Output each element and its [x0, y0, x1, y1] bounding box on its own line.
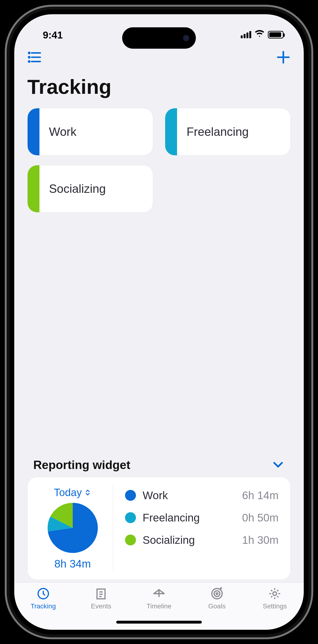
tab-label: Settings — [263, 602, 287, 610]
pie-chart — [47, 502, 99, 554]
legend-dot — [125, 512, 136, 523]
battery-icon — [268, 31, 283, 38]
report-card: Today 8h 34m Work 6h 14m — [27, 477, 291, 580]
svg-point-21 — [273, 592, 276, 595]
report-row-label: Socializing — [143, 534, 235, 546]
category-grid: Work Freelancing Socializing — [14, 106, 304, 215]
svg-point-2 — [29, 56, 30, 58]
cellular-icon — [241, 31, 251, 38]
page-title: Tracking — [14, 68, 304, 106]
report-row-label: Work — [143, 489, 235, 502]
tab-label: Goals — [208, 602, 225, 610]
svg-point-17 — [214, 591, 220, 596]
svg-point-16 — [212, 588, 222, 599]
tab-goals[interactable]: Goals — [188, 587, 246, 610]
category-card[interactable]: Socializing — [27, 165, 153, 212]
svg-point-18 — [216, 593, 218, 594]
category-label: Freelancing — [177, 125, 249, 139]
svg-marker-13 — [159, 590, 164, 594]
category-color — [28, 108, 40, 155]
category-label: Socializing — [40, 182, 106, 196]
category-label: Work — [40, 125, 77, 139]
svg-line-20 — [220, 588, 221, 589]
report-row-time: 0h 50m — [242, 511, 278, 524]
category-card[interactable]: Work — [27, 108, 153, 156]
report-row: Work 6h 14m — [125, 489, 278, 502]
total-time: 8h 34m — [55, 557, 91, 570]
report-row: Freelancing 0h 50m — [125, 511, 278, 524]
tab-label: Timeline — [147, 602, 172, 610]
svg-point-4 — [29, 61, 30, 62]
tab-label: Tracking — [31, 602, 56, 610]
tab-label: Events — [91, 602, 112, 610]
dynamic-island — [122, 27, 196, 49]
report-row-label: Freelancing — [143, 511, 235, 524]
report-row: Socializing 1h 30m — [125, 534, 278, 546]
period-selector[interactable]: Today — [54, 486, 91, 498]
report-row-time: 6h 14m — [242, 489, 278, 502]
collapse-widget-button[interactable] — [271, 458, 285, 472]
svg-point-0 — [29, 52, 30, 54]
report-row-time: 1h 30m — [242, 534, 278, 546]
tab-timeline[interactable]: Timeline — [130, 587, 188, 610]
report-widget-title: Reporting widget — [33, 458, 130, 472]
add-button[interactable] — [276, 50, 291, 66]
category-card[interactable]: Freelancing — [165, 108, 291, 156]
legend-dot — [125, 490, 136, 501]
category-color — [165, 108, 177, 155]
category-color — [28, 165, 40, 212]
tab-settings[interactable]: Settings — [246, 587, 304, 610]
status-time: 9:41 — [43, 30, 63, 41]
period-label: Today — [54, 486, 82, 498]
tab-tracking[interactable]: Tracking — [14, 587, 72, 610]
legend-dot — [125, 534, 136, 546]
menu-list-button[interactable] — [27, 50, 42, 66]
home-indicator[interactable] — [116, 621, 202, 624]
tab-events[interactable]: Events — [72, 587, 130, 610]
wifi-icon — [254, 28, 264, 41]
svg-marker-14 — [154, 590, 159, 594]
